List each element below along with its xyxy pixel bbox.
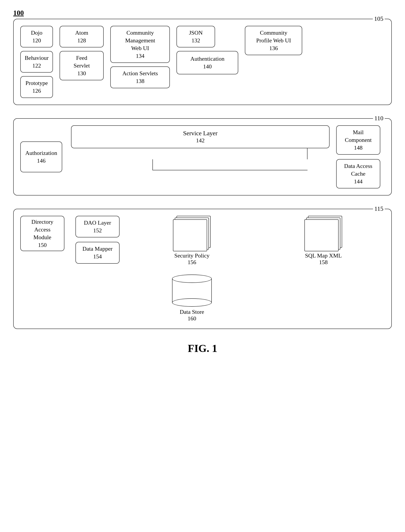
- data-store-container: Data Store 160: [171, 274, 213, 322]
- col2-components: Atom 128 Feed Servlet 130: [60, 26, 104, 80]
- dao-layer-box: DAO Layer 152: [75, 216, 120, 238]
- data-store-cylinder: [171, 274, 213, 303]
- authorization-box: Authorization 146: [20, 141, 62, 172]
- security-policy-doc: Security Policy 156: [170, 216, 214, 266]
- json-box: JSON 132: [176, 26, 215, 48]
- col5-components: Community Profile Web UI 136: [245, 26, 302, 55]
- doc-pages: [172, 216, 212, 251]
- prototype-box: Prototype 126: [20, 76, 53, 98]
- atom-box: Atom 128: [60, 26, 104, 48]
- dojo-box: Dojo 120: [20, 26, 53, 48]
- doc-page-1: [173, 219, 207, 251]
- box-105-label: 105: [373, 15, 385, 22]
- data-access-cache-box: Data Access Cache 144: [336, 159, 380, 188]
- security-policy-label: Security Policy 156: [174, 252, 209, 266]
- community-profile-box: Community Profile Web UI 136: [245, 26, 302, 55]
- box-110-label: 110: [373, 115, 385, 122]
- box-105: 105 Dojo 120 Behaviour 122 Prototype 126…: [13, 19, 392, 105]
- sql-map-doc: SQL Map XML 158: [301, 216, 345, 266]
- sql-doc-page-1: [304, 219, 339, 251]
- box-110: 110 Authorization 146 Service Layer 142: [13, 118, 392, 196]
- sql-doc-pages: [304, 216, 343, 251]
- layer2-content: Authorization 146 Service Layer 142 Mail…: [20, 125, 385, 189]
- behaviour-box: Behaviour 122: [20, 51, 53, 73]
- service-layer-box: Service Layer 142: [71, 125, 330, 148]
- fig-label: FIG. 1: [13, 342, 392, 354]
- data-store-label: Data Store 160: [171, 309, 213, 322]
- cylinder-bottom: [172, 298, 212, 307]
- right-components: Mail Component 148 Data Access Cache 144: [336, 125, 385, 189]
- data-mapper-box: Data Mapper 154: [75, 242, 120, 263]
- sql-map-container: SQL Map XML 158: [262, 216, 385, 266]
- col1-components: Dojo 120 Behaviour 122 Prototype 126: [20, 26, 53, 98]
- feed-servlet-box: Feed Servlet 130: [60, 51, 104, 80]
- directory-access-box: Directory Access Module 150: [20, 216, 64, 251]
- box-115-label: 115: [373, 205, 385, 212]
- action-servlets-box: Action Servlets 138: [110, 66, 170, 88]
- layer3-content: Directory Access Module 150 DAO Layer 15…: [20, 216, 385, 322]
- service-layer-container: Service Layer 142: [71, 125, 330, 189]
- col3-components: Community Management Web UI 134 Action S…: [110, 26, 170, 88]
- col4-components: JSON 132 Authentication 140: [176, 26, 238, 74]
- dao-datamapper-container: DAO Layer 152 Data Mapper 154: [75, 216, 122, 263]
- directory-access-container: Directory Access Module 150: [20, 216, 67, 251]
- cylinder-top: [172, 274, 212, 283]
- sql-map-label: SQL Map XML 158: [305, 252, 342, 266]
- box-115: 115 Directory Access Module 150 DAO Laye…: [13, 209, 392, 329]
- security-policy-container: Security Policy 156 Data Store 160: [131, 216, 253, 322]
- mail-component-box: Mail Component 148: [336, 125, 380, 155]
- diagram-top-label: 100: [13, 9, 392, 17]
- authorization-container: Authorization 146: [20, 125, 64, 189]
- community-mgmt-box: Community Management Web UI 134: [110, 26, 170, 63]
- authentication-box: Authentication 140: [176, 51, 238, 74]
